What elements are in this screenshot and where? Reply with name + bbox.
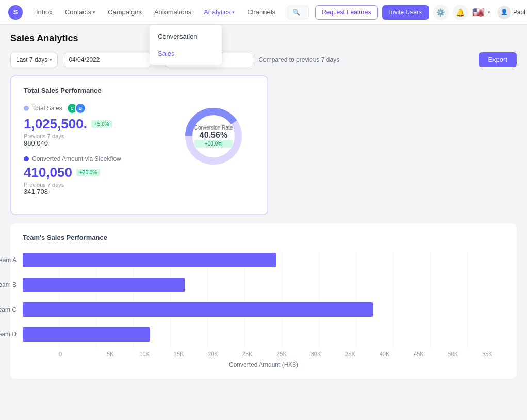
bar-row-team-a: Team A bbox=[23, 252, 504, 268]
request-features-button[interactable]: Request Features bbox=[315, 5, 377, 20]
x-tick-20k: 20K bbox=[196, 351, 230, 357]
donut-badge: +10.0% bbox=[194, 140, 233, 148]
search-box[interactable]: 🔍 bbox=[287, 6, 309, 19]
nav-contacts[interactable]: Contacts ▾ bbox=[60, 5, 101, 19]
page-content: Sales Analytics Last 7 days ▾ → Compared… bbox=[0, 25, 527, 387]
donut-title: Conversion Rate bbox=[194, 125, 233, 131]
period-filter[interactable]: Last 7 days ▾ bbox=[10, 53, 58, 67]
team-b-bar bbox=[23, 278, 185, 292]
x-tick-40k: 40K bbox=[367, 351, 401, 357]
search-icon: 🔍 bbox=[292, 9, 300, 16]
analytics-dropdown-menu: Conversation Sales bbox=[150, 25, 222, 65]
avatar: 👤 bbox=[498, 6, 511, 19]
top-nav: S Inbox Contacts ▾ Campaigns Automations… bbox=[0, 0, 527, 25]
language-chevron-icon[interactable]: ▾ bbox=[488, 10, 490, 15]
x-tick-55k: 55K bbox=[470, 351, 504, 357]
total-sales-value: 1,025,500. +5.0% bbox=[24, 116, 157, 132]
analytics-chevron-icon: ▾ bbox=[232, 10, 235, 15]
page-title: Sales Analytics bbox=[10, 33, 517, 44]
converted-value: 410,050 +20.0% bbox=[24, 165, 157, 181]
period-chevron-icon: ▾ bbox=[50, 57, 52, 62]
team-c-bar bbox=[23, 302, 373, 317]
notifications-icon-button[interactable]: 🔔 bbox=[453, 5, 468, 20]
user-menu-button[interactable]: 👤 Paul ▾ bbox=[495, 4, 527, 21]
sales-card-content: Total Sales C B 1,025,500. +5.0% Previou… bbox=[24, 103, 255, 204]
nav-actions: Request Features Invite Users ⚙️ 🔔 🇺🇸 ▾ … bbox=[315, 4, 527, 21]
team-a-bar bbox=[23, 253, 276, 267]
metric-avatars: C B bbox=[67, 103, 86, 114]
chart-wrapper: Team A Team B Team C Team D bbox=[23, 252, 504, 368]
x-tick-10k: 10K bbox=[127, 351, 161, 357]
team-c-label: Team C bbox=[0, 306, 23, 313]
filters-row: Last 7 days ▾ → Compared to previous 7 d… bbox=[10, 52, 517, 67]
date-from-input[interactable] bbox=[63, 53, 152, 67]
team-c-track bbox=[23, 301, 504, 318]
app-logo[interactable]: S bbox=[8, 5, 23, 20]
nav-automations[interactable]: Automations bbox=[149, 5, 196, 19]
team-a-track bbox=[23, 252, 504, 268]
language-flag[interactable]: 🇺🇸 bbox=[472, 7, 484, 18]
converted-prev-label: Previous 7 days bbox=[24, 182, 157, 188]
total-sales-prev-value: 980,040 bbox=[24, 139, 157, 147]
bar-row-team-d: Team D bbox=[23, 326, 504, 343]
settings-icon-button[interactable]: ⚙️ bbox=[433, 5, 449, 20]
team-sales-card: Team's Sales Performance Team A bbox=[10, 223, 517, 379]
total-sales-prev-label: Previous 7 days bbox=[24, 133, 157, 139]
converted-metric: Converted Amount via Sleekflow 410,050 +… bbox=[24, 155, 157, 196]
bar-row-team-c: Team C bbox=[23, 301, 504, 318]
bar-row-team-b: Team B bbox=[23, 277, 504, 293]
team-d-bar bbox=[23, 327, 150, 342]
x-tick-0: 0 bbox=[59, 351, 93, 357]
invite-users-button[interactable]: Invite Users bbox=[382, 5, 429, 20]
converted-dot bbox=[24, 156, 29, 161]
total-sales-label: Total Sales C B bbox=[24, 103, 157, 114]
total-sales-dot bbox=[24, 106, 29, 111]
total-sales-metric: Total Sales C B 1,025,500. +5.0% Previou… bbox=[24, 103, 157, 147]
avatar-b: B bbox=[75, 103, 86, 114]
dropdown-conversation[interactable]: Conversation bbox=[150, 28, 222, 45]
team-d-track bbox=[23, 326, 504, 343]
compared-text: Compared to previous 7 days bbox=[258, 56, 339, 63]
x-tick-15k: 15K bbox=[161, 351, 195, 357]
x-tick-35k: 35K bbox=[333, 351, 367, 357]
x-tick-25k-2: 25K bbox=[265, 351, 299, 357]
donut-label: Conversion Rate 40.56% +10.0% bbox=[194, 125, 233, 148]
team-d-label: Team D bbox=[0, 331, 23, 338]
export-button[interactable]: Export bbox=[479, 52, 517, 67]
team-b-label: Team B bbox=[0, 281, 23, 288]
donut-value: 40.56% bbox=[194, 131, 233, 140]
dropdown-sales[interactable]: Sales bbox=[150, 45, 222, 62]
sales-metrics: Total Sales C B 1,025,500. +5.0% Previou… bbox=[24, 103, 157, 204]
contacts-chevron-icon: ▾ bbox=[93, 10, 95, 15]
x-tick-5k: 5K bbox=[93, 351, 127, 357]
converted-label: Converted Amount via Sleekflow bbox=[24, 155, 157, 163]
nav-inbox[interactable]: Inbox bbox=[31, 5, 58, 19]
team-b-track bbox=[23, 277, 504, 293]
converted-prev-value: 341,708 bbox=[24, 188, 157, 196]
x-axis-label: Converted Amount (HK$) bbox=[23, 361, 504, 368]
converted-badge: +20.0% bbox=[76, 169, 100, 176]
team-card-title: Team's Sales Performance bbox=[23, 234, 504, 241]
nav-campaigns[interactable]: Campaigns bbox=[103, 5, 147, 19]
team-a-label: Team A bbox=[0, 256, 23, 264]
x-axis: 0 5K 10K 15K 20K 25K 25K 30K 35K 40K 45K… bbox=[23, 351, 504, 357]
nav-channels[interactable]: Channels bbox=[242, 5, 281, 19]
x-ticks-row: 0 5K 10K 15K 20K 25K 25K 30K 35K 40K 45K… bbox=[59, 351, 504, 357]
nav-analytics[interactable]: Analytics ▾ bbox=[199, 5, 240, 19]
sales-card-title: Total Sales Performance bbox=[24, 87, 255, 94]
total-sales-card: Total Sales Performance Total Sales C B … bbox=[10, 75, 268, 215]
nav-items: Inbox Contacts ▾ Campaigns Automations A… bbox=[31, 5, 281, 19]
total-sales-badge: +5.0% bbox=[91, 120, 112, 128]
x-tick-45k: 45K bbox=[402, 351, 436, 357]
donut-chart-container: Conversion Rate 40.56% +10.0% bbox=[172, 103, 255, 170]
x-tick-50k: 50K bbox=[436, 351, 470, 357]
donut-chart: Conversion Rate 40.56% +10.0% bbox=[180, 103, 247, 170]
x-tick-25k-1: 25K bbox=[230, 351, 264, 357]
x-tick-30k: 30K bbox=[299, 351, 333, 357]
